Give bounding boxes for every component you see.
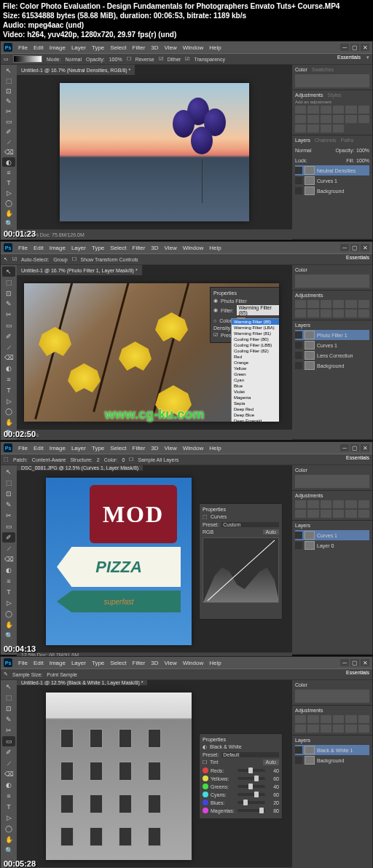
brush-tool[interactable]: ⟋: [2, 543, 15, 553]
menu-image[interactable]: Image: [50, 660, 66, 666]
brush-tool[interactable]: ✐: [2, 747, 15, 757]
adjustment-icon[interactable]: [321, 715, 331, 723]
channels-panel-tab[interactable]: Channels: [315, 138, 337, 143]
menu-filter[interactable]: Filter: [133, 44, 146, 51]
menu-filter[interactable]: Filter: [133, 245, 146, 251]
adjustment-icon[interactable]: [295, 500, 306, 508]
document-image[interactable]: Properties ◉Photo Filter ◉Filter:Warming…: [24, 283, 279, 422]
path-tool[interactable]: ▷: [2, 598, 15, 608]
menu-image[interactable]: Image: [50, 445, 66, 451]
adjustment-icon[interactable]: [333, 725, 344, 733]
layer-row[interactable]: Neutral Densities: [295, 165, 369, 175]
move-tool[interactable]: ↖: [2, 682, 15, 692]
dropdown-item[interactable]: Cooling Filter (80): [232, 336, 279, 342]
color-panel-tab[interactable]: Color: [295, 467, 307, 473]
adjustment-icon[interactable]: [295, 715, 306, 723]
visibility-icon[interactable]: [295, 352, 302, 359]
preset-dropdown[interactable]: Default: [221, 752, 279, 757]
adjustment-icon[interactable]: [333, 300, 344, 308]
slider-value[interactable]: 80: [267, 808, 279, 813]
dropdown-item[interactable]: Sepia: [232, 401, 279, 406]
dropdown-item[interactable]: Cooling Filter (82): [232, 348, 279, 354]
menu-select[interactable]: Select: [110, 660, 126, 666]
layer-row[interactable]: Background: [295, 360, 369, 371]
maximize-icon[interactable]: ▢: [350, 444, 359, 451]
eraser-tool[interactable]: ◐: [2, 565, 15, 575]
close-icon[interactable]: ✕: [361, 659, 369, 666]
type-tool[interactable]: T: [2, 802, 15, 812]
filter-dropdown-list[interactable]: Warming Filter (85) Warming Filter (LBA)…: [231, 318, 279, 422]
dropdown-item[interactable]: Red: [232, 354, 279, 360]
menu-filter[interactable]: Filter: [133, 660, 146, 666]
adjustment-icon[interactable]: [345, 715, 356, 723]
menu-view[interactable]: View: [165, 445, 177, 451]
adjustment-icon[interactable]: [358, 115, 369, 123]
menu-file[interactable]: File: [18, 445, 28, 451]
menu-type[interactable]: Type: [92, 245, 104, 251]
hand-tool[interactable]: ✋: [2, 208, 15, 218]
adjustment-icon[interactable]: [307, 300, 318, 308]
wand-tool[interactable]: ✎: [2, 97, 15, 106]
structure-input[interactable]: 2: [97, 457, 100, 462]
slider-track[interactable]: [237, 793, 265, 796]
auto-select-check[interactable]: ☑: [12, 256, 17, 262]
dropdown-item[interactable]: Green: [232, 371, 279, 377]
dropdown-item[interactable]: Cyan: [232, 377, 279, 383]
adjustment-icon[interactable]: [358, 715, 369, 723]
maximize-icon[interactable]: ▢: [350, 44, 359, 51]
adjustment-icon[interactable]: [307, 510, 318, 518]
document-image[interactable]: [46, 693, 192, 860]
adjustment-icon[interactable]: [333, 500, 344, 508]
adjustment-icon[interactable]: [358, 300, 369, 308]
move-tool[interactable]: ↖: [2, 66, 15, 76]
slider-thumb[interactable]: [254, 776, 259, 781]
layer-row[interactable]: Lens Correction: [295, 350, 369, 360]
sample-check[interactable]: ☐: [129, 457, 133, 462]
slider-value[interactable]: 40: [267, 784, 279, 789]
color-input[interactable]: 0: [122, 457, 125, 462]
adjustment-icon[interactable]: [321, 125, 331, 133]
dropdown-item[interactable]: Orange: [232, 360, 279, 366]
adjustment-icon[interactable]: [321, 510, 331, 518]
menu-filter[interactable]: Filter: [133, 445, 146, 451]
auto-button[interactable]: Auto: [263, 760, 279, 765]
menu-type[interactable]: Type: [92, 445, 104, 451]
workspace-essentials[interactable]: Essentials: [346, 455, 369, 460]
visibility-icon[interactable]: [295, 177, 302, 184]
opacity-value[interactable]: 100%: [109, 57, 122, 62]
path-tool[interactable]: ▷: [2, 813, 15, 823]
eyedropper-tool[interactable]: ▭: [2, 521, 15, 532]
adjustment-icon[interactable]: [321, 300, 331, 308]
menu-help[interactable]: Help: [209, 44, 221, 51]
layer-row[interactable]: Curves 1: [295, 340, 369, 350]
menu-edit[interactable]: Edit: [34, 445, 44, 451]
color-picker[interactable]: [295, 475, 369, 488]
slider-thumb[interactable]: [248, 784, 253, 789]
layer-row[interactable]: Background: [295, 186, 369, 196]
crop-tool[interactable]: ✂: [2, 107, 15, 117]
adjustment-icon[interactable]: [295, 125, 306, 133]
adjustment-icon[interactable]: [321, 309, 331, 317]
adjustment-icon[interactable]: [307, 115, 318, 123]
brush-tool[interactable]: ✐: [2, 331, 15, 342]
menu-file[interactable]: File: [18, 44, 28, 51]
minimize-icon[interactable]: ─: [340, 244, 349, 251]
zoom-tool[interactable]: 🔍: [2, 218, 15, 228]
menu-edit[interactable]: Edit: [34, 44, 44, 51]
shape-tool[interactable]: ◯: [2, 407, 15, 417]
stamp-tool[interactable]: ⟋: [2, 342, 15, 352]
slider-track[interactable]: [237, 777, 265, 780]
layers-panel-tab[interactable]: Layers: [295, 523, 310, 528]
layers-panel-tab[interactable]: Layers: [295, 738, 310, 743]
adjustment-icon[interactable]: [333, 309, 344, 317]
crop-tool[interactable]: ✂: [2, 309, 15, 320]
adjustment-icon[interactable]: [295, 115, 306, 123]
adjustment-icon[interactable]: [333, 106, 344, 114]
adjustment-icon[interactable]: [307, 725, 318, 733]
layer-row[interactable]: Background: [295, 755, 369, 765]
eraser-tool[interactable]: ⌫: [2, 148, 15, 157]
adjustment-icon[interactable]: [333, 125, 344, 133]
adjustment-icon[interactable]: [295, 510, 306, 518]
move-tool[interactable]: ↖: [2, 267, 15, 277]
move-tool[interactable]: ↖: [2, 467, 15, 477]
